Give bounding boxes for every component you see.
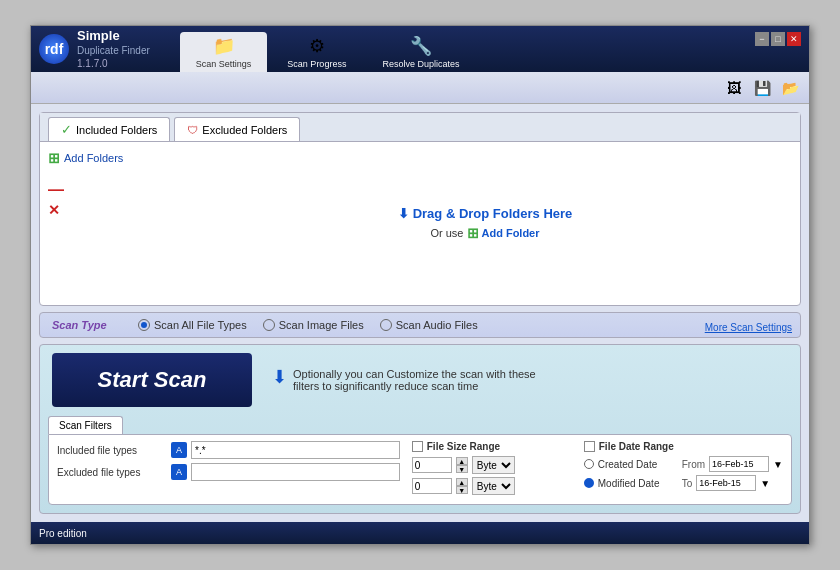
file-date-range-title: File Date Range [584,441,783,452]
radio-audio-dot [380,319,392,331]
start-scan-row: Start Scan ⬇ Optionally you can Customiz… [40,345,800,415]
modified-to-input[interactable] [696,475,756,491]
created-from-input[interactable] [709,456,769,472]
app-branding: rdf Simple Duplicate Finder 1.1.7.0 [39,28,150,71]
folders-left: ⊞ Add Folders — ✕ [48,150,168,297]
modified-date-radio[interactable] [584,478,594,488]
date-picker-created[interactable]: ▼ [773,459,783,470]
size-max-unit[interactable]: Byte KB MB GB [472,477,515,495]
created-date-radio[interactable] [584,459,594,469]
filter-col-date: File Date Range Created Date From ▼ Modi… [584,441,783,498]
down-arrow-icon: ⬇ [398,206,409,221]
size-max-spinner: ▲ ▼ [456,478,468,494]
tab-scan-settings[interactable]: 📁 Scan Settings [180,32,268,72]
app-window: rdf Simple Duplicate Finder 1.1.7.0 📁 Sc… [30,25,810,545]
check-icon: ✓ [61,122,72,137]
size-min-input[interactable] [412,457,452,473]
toolbar: 🖼 💾 📂 [31,72,809,104]
nav-tabs: 📁 Scan Settings ⚙ Scan Progress 🔧 Resolv… [180,26,476,72]
size-min-spinner: ▲ ▼ [456,457,468,473]
more-scan-settings-link[interactable]: More Scan Settings [705,322,792,333]
scan-progress-icon: ⚙ [309,35,325,57]
file-size-range-title: File Size Range [412,441,572,452]
size-max-input[interactable] [412,478,452,494]
radio-all-files[interactable]: Scan All File Types [138,319,247,331]
folders-panel: ✓ Included Folders 🛡 Excluded Folders ⊞ … [39,112,801,306]
bottom-section: Start Scan ⬇ Optionally you can Customiz… [39,344,801,514]
folder-tabs: ✓ Included Folders 🛡 Excluded Folders [40,113,800,142]
shield-icon: 🛡 [187,124,198,136]
description-arrow-icon: ⬇ [272,366,287,388]
plus-icon: ⊞ [48,150,60,166]
modified-date-row: Modified Date To ▼ [584,475,783,491]
included-icon: A [171,442,187,458]
size-range-checkbox[interactable] [412,441,423,452]
excluded-file-types-input[interactable] [191,463,400,481]
close-button[interactable]: ✕ [787,32,801,46]
size-max-up[interactable]: ▲ [456,478,468,486]
size-max-down[interactable]: ▼ [456,486,468,494]
created-date-row: Created Date From ▼ [584,456,783,472]
radio-image-files[interactable]: Scan Image Files [263,319,364,331]
excluded-file-types-row: Excluded file types A [57,463,400,481]
resolve-duplicates-icon: 🔧 [410,35,432,57]
drag-drop-text: ⬇ Drag & Drop Folders Here [398,206,573,221]
remove-icon[interactable]: — [48,182,168,198]
size-max-row: ▲ ▼ Byte KB MB GB [412,477,572,495]
add-folder-link[interactable]: ⊞ Add Folder [467,225,539,241]
date-range-checkbox[interactable] [584,441,595,452]
scan-description-text: Optionally you can Customize the scan wi… [293,368,536,392]
scan-description: ⬇ Optionally you can Customize the scan … [272,368,536,392]
maximize-button[interactable]: □ [771,32,785,46]
tab-resolve-duplicates[interactable]: 🔧 Resolve Duplicates [366,32,475,72]
radio-audio-files[interactable]: Scan Audio Files [380,319,478,331]
included-file-types-input[interactable] [191,441,400,459]
date-picker-modified[interactable]: ▼ [760,478,770,489]
window-controls: − □ ✕ [755,32,801,46]
status-text: Pro edition [39,528,87,539]
plus-green-icon: ⊞ [467,225,479,241]
folders-body: ⊞ Add Folders — ✕ ⬇ Drag & Drop Folders … [40,142,800,305]
title-bar: rdf Simple Duplicate Finder 1.1.7.0 📁 Sc… [31,26,809,72]
delete-icon[interactable]: ✕ [48,202,168,218]
scan-filters-section: Scan Filters Included file types A Exclu… [40,415,800,513]
start-scan-button[interactable]: Start Scan [52,353,252,407]
scan-filters-tab[interactable]: Scan Filters [48,416,123,434]
drag-drop-sub: Or use ⊞ Add Folder [430,225,539,241]
scan-filters-body: Included file types A Excluded file type… [48,434,792,505]
tab-scan-progress[interactable]: ⚙ Scan Progress [271,32,362,72]
size-min-unit[interactable]: Byte KB MB GB [472,456,515,474]
scan-settings-icon: 📁 [213,35,235,57]
app-title: Simple Duplicate Finder 1.1.7.0 [77,28,150,71]
folders-right: ⬇ Drag & Drop Folders Here Or use ⊞ Add … [178,150,792,297]
filter-col-file-types: Included file types A Excluded file type… [57,441,400,498]
app-logo: rdf [39,34,69,64]
main-content: ✓ Included Folders 🛡 Excluded Folders ⊞ … [31,104,809,522]
status-bar: Pro edition [31,522,809,544]
radio-all-files-dot [138,319,150,331]
toolbar-icon-save[interactable]: 🖼 [723,77,745,99]
radio-image-dot [263,319,275,331]
scan-type-section: Scan Type Scan All File Types Scan Image… [39,312,801,338]
excluded-folders-tab[interactable]: 🛡 Excluded Folders [174,117,300,141]
action-icons: — ✕ [48,182,168,218]
size-min-row: ▲ ▼ Byte KB MB GB [412,456,572,474]
add-folders-button[interactable]: ⊞ Add Folders [48,150,168,166]
size-min-down[interactable]: ▼ [456,465,468,473]
toolbar-icon-open[interactable]: 💾 [751,77,773,99]
toolbar-icon-folder[interactable]: 📂 [779,77,801,99]
minimize-button[interactable]: − [755,32,769,46]
included-folders-tab[interactable]: ✓ Included Folders [48,117,170,141]
excluded-icon: A [171,464,187,480]
size-min-up[interactable]: ▲ [456,457,468,465]
filter-col-size: File Size Range ▲ ▼ Byte KB MB [412,441,572,498]
included-file-types-row: Included file types A [57,441,400,459]
